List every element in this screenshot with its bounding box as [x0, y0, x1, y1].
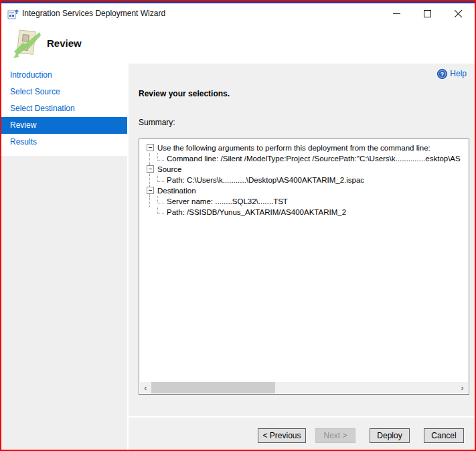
sidebar-item-select-destination[interactable]: Select Destination	[1, 100, 127, 117]
collapse-icon[interactable]	[147, 144, 154, 151]
scroll-right-arrow[interactable]: ›	[457, 382, 468, 393]
app-icon	[7, 8, 19, 19]
summary-label: Summary:	[139, 118, 175, 127]
review-heading: Review your selections.	[139, 89, 230, 98]
help-icon: ?	[437, 69, 447, 79]
page-title: Review	[47, 23, 82, 64]
sidebar-item-select-source[interactable]: Select Source	[1, 84, 127, 100]
svg-text:?: ?	[441, 71, 445, 78]
tree-node-server-name[interactable]: Server name: ........SQL32\.......TST	[141, 196, 468, 207]
sidebar-item-results[interactable]: Results	[1, 134, 127, 151]
tree-node-label: Path: /SSISDB/Yunus_AKTARIM/AS400AKTARIM…	[167, 208, 346, 216]
close-button[interactable]	[443, 3, 473, 23]
tree-node-label: Command line: /Silent /ModelType:Project…	[167, 155, 461, 163]
footer-divider	[129, 416, 475, 418]
summary-tree-box: Use the following arguments to perform t…	[139, 139, 469, 395]
previous-button[interactable]: < Previous	[258, 428, 306, 443]
footer-buttons: < Previous Next > Deploy Cancel	[258, 428, 464, 443]
minimize-button[interactable]	[381, 3, 412, 23]
sidebar-item-review[interactable]: Review	[1, 117, 127, 134]
window-title: Integration Services Deployment Wizard	[22, 3, 165, 23]
collapse-icon[interactable]	[147, 165, 154, 173]
content-pane: ? Help Review your selections. Summary: …	[127, 64, 475, 450]
summary-tree: Use the following arguments to perform t…	[141, 143, 468, 217]
help-link[interactable]: ? Help	[437, 68, 467, 79]
wizard-steps-list: Introduction Select Source Select Destin…	[1, 64, 127, 156]
tree-connector-icon	[157, 196, 164, 203]
minimize-icon	[393, 10, 400, 17]
window-controls	[381, 3, 473, 23]
maximize-icon	[424, 10, 431, 17]
tree-node-label: Use the following arguments to perform t…	[157, 144, 430, 152]
scrollbar-thumb[interactable]	[151, 382, 275, 393]
horizontal-scrollbar[interactable]: ‹ ›	[140, 382, 468, 393]
tree-connector-icon	[157, 175, 164, 182]
next-button[interactable]: Next >	[315, 428, 355, 443]
tree-node-destination[interactable]: Destination	[141, 185, 468, 196]
main-area: Introduction Select Source Select Destin…	[1, 64, 475, 450]
tree-node-destination-path[interactable]: Path: /SSISDB/Yunus_AKTARIM/AS400AKTARIM…	[141, 207, 468, 217]
collapse-icon[interactable]	[147, 187, 154, 194]
tree-node-arguments[interactable]: Use the following arguments to perform t…	[141, 143, 468, 153]
tree-node-label: Path: C:\Users\k...........\Desktop\AS40…	[167, 176, 364, 184]
tree-node-label: Source	[157, 165, 181, 173]
deployment-wizard-icon	[10, 27, 41, 60]
close-icon	[455, 10, 462, 17]
scrollbar-track[interactable]	[151, 382, 457, 393]
wizard-window: Integration Services Deployment Wizard R…	[0, 0, 476, 451]
scroll-left-arrow[interactable]: ‹	[140, 382, 151, 393]
tree-node-source-path[interactable]: Path: C:\Users\k...........\Desktop\AS40…	[141, 175, 468, 185]
titlebar[interactable]: Integration Services Deployment Wizard	[1, 3, 475, 23]
wizard-steps-sidebar: Introduction Select Source Select Destin…	[1, 64, 127, 450]
tree-node-source[interactable]: Source	[141, 164, 468, 175]
tree-node-label: Server name: ........SQL32\.......TST	[167, 197, 288, 205]
deploy-button[interactable]: Deploy	[370, 428, 410, 443]
tree-connector-icon	[157, 207, 164, 214]
sidebar-item-introduction[interactable]: Introduction	[1, 67, 127, 84]
maximize-button[interactable]	[412, 3, 443, 23]
tree-node-command-line[interactable]: Command line: /Silent /ModelType:Project…	[141, 153, 468, 164]
cancel-button[interactable]: Cancel	[424, 428, 464, 443]
tree-node-label: Destination	[157, 187, 196, 195]
wizard-header: Review	[1, 23, 475, 64]
help-label: Help	[450, 69, 467, 78]
tree-connector-icon	[157, 153, 164, 161]
